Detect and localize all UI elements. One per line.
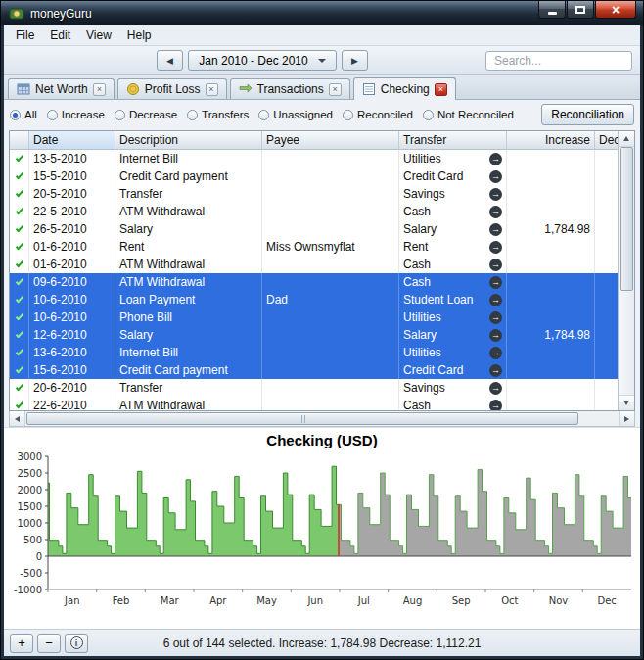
transfer-arrow-icon[interactable]: → [489, 382, 502, 395]
table-row[interactable]: 13-6-2010Internet BillUtilities→ [10, 344, 618, 361]
transfer-label: Cash [403, 205, 431, 218]
transfer-cell: Utilities→ [399, 150, 507, 167]
header-transfer[interactable]: Transfer [399, 131, 507, 149]
date-cell: 01-6-2010 [29, 238, 115, 256]
tab-close-icon[interactable]: × [435, 83, 447, 96]
scroll-right-icon [624, 416, 629, 422]
filter-decrease[interactable]: Decrease [115, 109, 177, 120]
table-row[interactable]: 15-6-2010Credit Card paymentCredit Card→ [10, 361, 618, 379]
menu-help[interactable]: Help [119, 26, 160, 44]
table-row[interactable]: 01-6-2010ATM WithdrawalCash→ [10, 256, 618, 273]
scrollbar-track[interactable] [25, 411, 619, 426]
minimize-icon [548, 12, 557, 15]
filter-not-reconciled[interactable]: Not Reconciled [423, 109, 514, 120]
add-transaction-button[interactable]: + [10, 634, 33, 653]
header-decrease[interactable]: Dec [595, 131, 618, 149]
filter-reconciled[interactable]: Reconciled [343, 109, 413, 120]
tab-transactions[interactable]: Transactions× [230, 78, 350, 99]
filter-unassigned[interactable]: Unassigned [258, 109, 333, 120]
scroll-left-button[interactable] [10, 411, 25, 426]
reconciliation-button[interactable]: Reconciliation [541, 104, 634, 125]
menu-file[interactable]: File [8, 26, 42, 44]
filter-all[interactable]: All [10, 109, 37, 120]
table-row[interactable]: 01-6-2010RentMiss OwnsmyflatRent→ [10, 238, 618, 256]
table-row[interactable]: 12-6-2010SalarySalary→1,784.98 [10, 326, 618, 344]
header-date[interactable]: Date [29, 131, 115, 149]
tab-checking[interactable]: Checking× [353, 77, 456, 100]
header-reconciled[interactable] [10, 131, 29, 149]
transfer-arrow-icon[interactable]: → [489, 188, 502, 201]
scrollbar-thumb[interactable] [26, 412, 578, 425]
table-row[interactable]: 15-5-2010Credit Card paymentCredit Card→ [10, 167, 618, 185]
reconciled-check-icon [15, 330, 23, 339]
filter-label: Transfers [202, 109, 249, 120]
header-description[interactable]: Description [115, 131, 262, 149]
table-row[interactable]: 10-6-2010Loan PaymentDadStudent Loan→ [10, 291, 618, 308]
increase-cell [507, 291, 595, 308]
minimize-button[interactable] [538, 1, 566, 19]
table-row[interactable]: 22-6-2010ATM WithdrawalCash→ [10, 397, 618, 410]
reconciled-check-icon [15, 277, 23, 286]
transfer-arrow-icon[interactable]: → [489, 311, 502, 324]
transfer-arrow-icon[interactable]: → [489, 364, 502, 377]
filter-increase[interactable]: Increase [47, 109, 105, 120]
y-tick-label: 2000 [18, 485, 42, 495]
table-row[interactable]: 22-5-2010ATM WithdrawalCash→ [10, 203, 618, 220]
close-button[interactable]: × [595, 1, 636, 19]
tab-profit-loss[interactable]: Profit Loss× [117, 78, 227, 99]
scroll-right-button[interactable] [619, 411, 634, 426]
filter-transfers[interactable]: Transfers [187, 109, 249, 120]
remove-transaction-button[interactable]: − [37, 634, 61, 653]
transfer-arrow-icon[interactable]: → [489, 241, 502, 254]
maximize-button[interactable] [567, 1, 594, 19]
info-button[interactable]: i [65, 634, 88, 653]
reconciled-cell [10, 167, 29, 185]
tab-close-icon[interactable]: × [206, 83, 218, 96]
menu-view[interactable]: View [78, 26, 119, 44]
horizontal-scrollbar[interactable] [9, 411, 635, 427]
table-row[interactable]: 20-6-2010TransferSavings→ [10, 379, 618, 397]
transfer-arrow-icon[interactable]: → [489, 206, 502, 218]
table-row[interactable]: 26-5-2010SalarySalary→1,784.98 [10, 220, 618, 238]
chart-canvas: 300025002000150010005000-500-1000JanFebM… [5, 450, 639, 623]
decrease-cell [595, 167, 618, 185]
titlebar[interactable]: moneyGuru × [1, 1, 643, 25]
transfer-arrow-icon[interactable]: → [489, 170, 502, 183]
header-increase[interactable]: Increase [507, 131, 595, 149]
table-row[interactable]: 10-6-2010Phone BillUtilities→ [10, 308, 618, 326]
vertical-scrollbar[interactable] [618, 131, 634, 410]
transfer-arrow-icon[interactable]: → [489, 294, 502, 306]
prev-period-button[interactable]: ◀ [157, 50, 183, 71]
filter-label: Increase [62, 109, 105, 120]
transfer-arrow-icon[interactable]: → [489, 223, 502, 236]
transfer-arrow-icon[interactable]: → [489, 347, 502, 359]
scrollbar-thumb[interactable] [620, 147, 633, 291]
transfer-arrow-icon[interactable]: → [489, 276, 502, 289]
scroll-down-button[interactable] [619, 395, 634, 410]
scroll-up-button[interactable] [619, 131, 634, 147]
transfer-arrow-icon[interactable]: → [489, 259, 502, 271]
reconciled-check-icon [15, 207, 23, 215]
header-payee[interactable]: Payee [262, 131, 399, 149]
forward-icon: ▶ [351, 56, 358, 66]
table-row[interactable]: 13-5-2010Internet BillUtilities→ [10, 150, 618, 167]
increase-cell [507, 273, 595, 291]
transfer-arrow-icon[interactable]: → [489, 329, 502, 342]
date-range-select[interactable]: Jan 2010 - Dec 2010 [188, 50, 337, 71]
scrollbar-track[interactable] [619, 147, 634, 395]
transfer-arrow-icon[interactable]: → [489, 153, 502, 165]
search-input[interactable] [485, 51, 632, 71]
tab-net-worth[interactable]: Net Worth× [8, 78, 115, 99]
menu-edit[interactable]: Edit [42, 26, 78, 44]
next-period-button[interactable]: ▶ [342, 50, 368, 71]
transfer-arrow-icon[interactable]: → [489, 400, 502, 411]
reconciled-check-icon [15, 189, 23, 198]
description-cell: Internet Bill [115, 344, 262, 361]
date-cell: 15-6-2010 [29, 361, 115, 379]
tab-close-icon[interactable]: × [93, 83, 106, 96]
payee-cell [262, 397, 399, 410]
reconciled-cell [10, 326, 29, 344]
tab-close-icon[interactable]: × [329, 83, 342, 96]
table-row[interactable]: 09-6-2010ATM WithdrawalCash→ [10, 273, 618, 291]
table-row[interactable]: 20-5-2010TransferSavings→ [10, 185, 618, 203]
